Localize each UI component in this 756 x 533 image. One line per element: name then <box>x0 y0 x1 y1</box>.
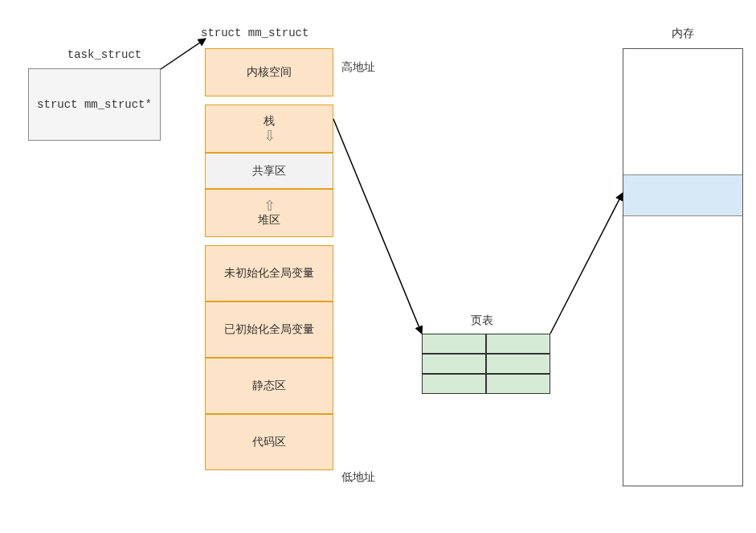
arrow-task-to-mm <box>161 39 206 69</box>
region-heap: ⇧ 堆区 <box>205 189 333 237</box>
arrow-mm-to-pagetable <box>333 119 422 334</box>
low-address-label: 低地址 <box>341 470 375 485</box>
task-struct-title: task_struct <box>48 48 161 61</box>
page-table-cell <box>486 334 550 354</box>
page-table-cell <box>422 354 486 374</box>
memory-title: 内存 <box>659 27 707 41</box>
heap-grow-up-icon: ⇧ <box>264 199 276 213</box>
region-stack: 栈 ⇩ <box>205 105 333 153</box>
region-heap-label: 堆区 <box>258 213 280 228</box>
arrow-pagetable-to-memory <box>550 193 623 334</box>
stack-grow-down-icon: ⇩ <box>264 129 276 143</box>
page-table-cell <box>422 334 486 354</box>
region-shared: 共享区 <box>205 153 333 189</box>
mm-struct-title: struct mm_struct <box>201 27 329 39</box>
region-code: 代码区 <box>205 414 333 470</box>
region-stack-label: 栈 <box>264 114 275 129</box>
region-bss: 未初始化全局变量 <box>205 245 333 301</box>
region-kernel-space: 内核空间 <box>205 48 333 96</box>
memory-box <box>623 48 743 486</box>
memory-mapped-band <box>623 174 742 216</box>
region-data: 已初始化全局变量 <box>205 301 333 358</box>
high-address-label: 高地址 <box>341 60 375 75</box>
page-table-title: 页表 <box>458 314 506 328</box>
task-struct-pointer-field: struct mm_struct* <box>37 98 152 111</box>
page-table-cell <box>422 374 486 394</box>
task-struct-box: struct mm_struct* <box>28 68 161 141</box>
page-table-cell <box>486 374 550 394</box>
region-static: 静态区 <box>205 358 333 414</box>
page-table-cell <box>486 354 550 374</box>
